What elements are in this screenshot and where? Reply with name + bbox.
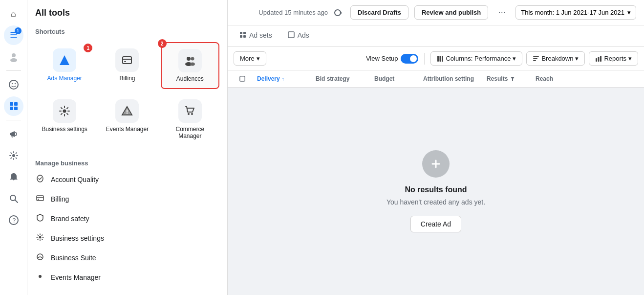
shortcut-billing[interactable]: Billing <box>98 42 156 89</box>
search-icon[interactable] <box>4 189 23 208</box>
bell-icon[interactable] <box>4 167 23 187</box>
avatar-icon[interactable] <box>4 47 23 67</box>
tab-ad-sets-label: Ad sets <box>249 31 272 39</box>
create-ad-button[interactable]: Create Ad <box>410 216 461 232</box>
columns-label: Columns: Performance <box>446 55 511 62</box>
svg-point-11 <box>12 154 15 157</box>
th-bid-label: Bid strategy <box>316 75 349 82</box>
svg-rect-49 <box>596 58 597 62</box>
sidebar-item-business-settings-2[interactable]: Business settings <box>27 228 227 248</box>
sidebar-item-billing[interactable]: Billing <box>27 189 227 209</box>
sidebar-item-business-suite[interactable]: Business Suite <box>27 248 227 268</box>
svg-point-21 <box>191 57 194 61</box>
svg-marker-53 <box>511 77 515 81</box>
settings-icon[interactable] <box>4 146 23 165</box>
ads-manager-icon <box>53 48 76 72</box>
svg-point-23 <box>190 63 195 66</box>
shortcut-events-manager[interactable]: Events Manager <box>98 93 156 146</box>
manage-section: Manage business Account Quality Billing <box>27 150 227 291</box>
svg-rect-5 <box>10 102 13 106</box>
columns-button[interactable]: Columns: Performance ▾ <box>430 51 522 66</box>
svg-point-24 <box>63 110 66 113</box>
shortcut-business-settings[interactable]: Business settings <box>35 93 94 146</box>
sidebar-item-events-manager-2[interactable]: Events Manager <box>27 268 227 287</box>
svg-point-36 <box>39 275 42 278</box>
brand-safety-icon <box>35 214 45 224</box>
svg-rect-42 <box>288 32 294 38</box>
smiley-icon[interactable] <box>4 75 23 94</box>
manage-title: Manage business <box>27 154 227 170</box>
shortcut-commerce-manager[interactable]: Commerce Manager <box>161 93 219 146</box>
grid-icon[interactable] <box>4 96 23 116</box>
help-icon[interactable]: ? <box>4 210 23 230</box>
commerce-icon <box>178 99 202 123</box>
empty-state: No results found You haven't created any… <box>228 88 644 295</box>
tab-ad-sets[interactable]: Ad sets <box>232 26 280 46</box>
svg-rect-7 <box>10 107 13 110</box>
date-chevron-icon: ▾ <box>627 9 631 16</box>
shortcuts-grid: 1 Ads Manager Billing 2 <box>27 38 227 150</box>
svg-text:?: ? <box>12 217 16 224</box>
svg-point-10 <box>15 133 17 136</box>
sidebar-item-brand-safety[interactable]: Brand safety <box>27 209 227 228</box>
svg-point-34 <box>39 236 42 239</box>
shortcut-badge-2: 2 <box>158 39 167 48</box>
sidebar-item-account-quality[interactable]: Account Quality <box>27 170 227 189</box>
rail-divider-2 <box>6 120 21 120</box>
th-budget-label: Budget <box>374 75 394 82</box>
svg-point-2 <box>9 80 18 89</box>
date-range-picker[interactable]: This month: 1 Jun 2021-17 Jun 2021 ▾ <box>515 5 636 20</box>
empty-circle-icon <box>422 150 450 178</box>
home-icon[interactable]: ⌂ <box>4 4 23 23</box>
business-suite-label: Business Suite <box>51 254 96 262</box>
svg-point-1 <box>10 58 17 62</box>
svg-rect-33 <box>38 199 39 200</box>
svg-marker-16 <box>60 55 69 65</box>
th-results: Results <box>481 70 530 87</box>
shortcut-audiences[interactable]: 2 Audiences <box>161 42 219 89</box>
svg-rect-38 <box>240 32 242 34</box>
discard-drafts-button[interactable]: Discard Drafts <box>350 5 408 20</box>
ads-manager-label: Ads Manager <box>47 75 82 82</box>
view-setup-label: View Setup <box>366 55 398 62</box>
svg-point-29 <box>188 113 190 115</box>
menu-icon[interactable]: ☰ 1 <box>4 25 23 45</box>
svg-point-28 <box>127 113 128 114</box>
breakdown-button[interactable]: Breakdown ▾ <box>526 51 585 66</box>
th-reach: Reach <box>530 70 579 87</box>
sidebar-title: All tools <box>27 6 227 22</box>
svg-point-4 <box>14 83 15 84</box>
svg-rect-41 <box>243 35 246 38</box>
tab-ads[interactable]: Ads <box>280 26 317 46</box>
svg-point-30 <box>191 113 193 115</box>
more-button[interactable]: More ▾ <box>234 51 266 66</box>
th-attribution: Attribution setting <box>417 70 481 87</box>
breakdown-label: Breakdown <box>541 55 573 62</box>
reports-button[interactable]: Reports ▾ <box>589 51 638 66</box>
review-publish-button[interactable]: Review and publish <box>414 5 488 20</box>
svg-rect-17 <box>123 57 131 64</box>
commerce-label: Commerce Manager <box>165 126 215 139</box>
th-reach-label: Reach <box>536 75 553 82</box>
svg-rect-40 <box>240 35 242 38</box>
topbar-more-button[interactable]: ··· <box>494 5 510 21</box>
megaphone-icon[interactable] <box>4 124 23 144</box>
view-setup-toggle[interactable] <box>401 54 418 64</box>
th-delivery[interactable]: Delivery ↑ <box>251 70 310 87</box>
ad-sets-tab-icon <box>239 31 246 40</box>
results-filter-icon[interactable] <box>510 76 515 82</box>
svg-rect-48 <box>533 60 536 61</box>
refresh-button[interactable] <box>331 6 344 20</box>
menu-badge: 1 <box>15 27 21 34</box>
topbar: Updated 15 minutes ago Discard Drafts Re… <box>228 0 644 25</box>
events-manage-icon <box>35 272 45 282</box>
th-checkbox[interactable] <box>234 70 251 87</box>
svg-point-3 <box>11 83 12 84</box>
main-content: Updated 15 minutes ago Discard Drafts Re… <box>228 0 644 295</box>
shortcuts-title: Shortcuts <box>27 22 227 38</box>
shortcut-ads-manager[interactable]: 1 Ads Manager <box>35 42 94 89</box>
rail-divider-1 <box>6 70 21 71</box>
th-budget: Budget <box>368 70 417 87</box>
toolbar-sep-1 <box>424 53 425 65</box>
toolbar: More ▾ View Setup Columns: Performance ▾ <box>228 47 644 70</box>
